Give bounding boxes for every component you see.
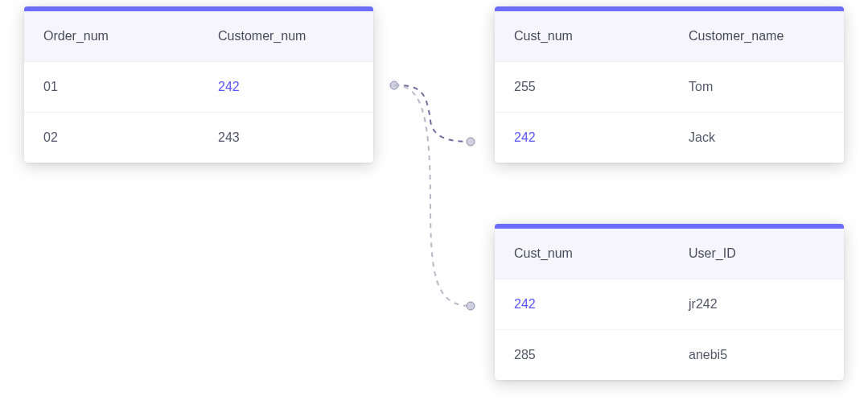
cell-order-num: 02: [24, 113, 199, 163]
connector-node-icon: [390, 81, 398, 89]
column-header-order-num: Order_num: [24, 11, 199, 61]
cell-order-num: 01: [24, 62, 199, 112]
cell-customer-name: Jack: [669, 113, 844, 163]
connector-orders-customers: [394, 85, 471, 142]
column-header-cust-num: Cust_num: [495, 11, 669, 61]
cell-cust-num: 255: [495, 62, 669, 112]
table-header-row: Order_num Customer_num: [24, 11, 373, 62]
table-row: 285 anebi5: [495, 330, 844, 380]
cell-customer-name: Tom: [669, 62, 844, 112]
connector-orders-users: [394, 85, 471, 306]
table-row: 02 243: [24, 113, 373, 163]
table-row: 242 Jack: [495, 113, 844, 163]
customers-table: Cust_num Customer_name 255 Tom 242 Jack: [495, 6, 844, 163]
cell-cust-num-link: 242: [495, 113, 669, 163]
connector-node-icon: [467, 138, 475, 146]
orders-table: Order_num Customer_num 01 242 02 243: [24, 6, 373, 163]
connector-node-icon: [467, 302, 475, 310]
column-header-customer-name: Customer_name: [669, 11, 844, 61]
table-row: 255 Tom: [495, 62, 844, 113]
table-row: 242 jr242: [495, 279, 844, 330]
cell-cust-num-link: 242: [495, 279, 669, 329]
users-table: Cust_num User_ID 242 jr242 285 anebi5: [495, 224, 844, 380]
cell-customer-num: 243: [199, 113, 373, 163]
column-header-customer-num: Customer_num: [199, 11, 373, 61]
table-header-row: Cust_num Customer_name: [495, 11, 844, 62]
column-header-user-id: User_ID: [669, 229, 844, 279]
cell-user-id: jr242: [669, 279, 844, 329]
cell-user-id: anebi5: [669, 330, 844, 380]
table-row: 01 242: [24, 62, 373, 113]
cell-customer-num-link: 242: [199, 62, 373, 112]
column-header-cust-num: Cust_num: [495, 229, 669, 279]
table-header-row: Cust_num User_ID: [495, 229, 844, 279]
cell-cust-num: 285: [495, 330, 669, 380]
